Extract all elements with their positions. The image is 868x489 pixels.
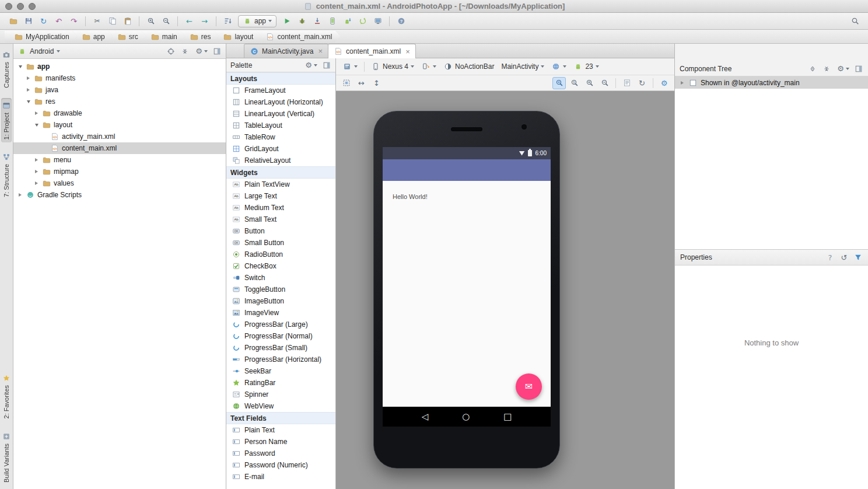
- tree-node-java[interactable]: java: [13, 84, 226, 96]
- locate-file-button[interactable]: [166, 47, 176, 56]
- undo-icon[interactable]: ↶: [51, 15, 66, 28]
- tool-button-2-favorites[interactable]: 2: Favorites: [1, 371, 12, 421]
- sort-icon[interactable]: [220, 15, 235, 28]
- tree-node-res[interactable]: res: [13, 96, 226, 107]
- run-configuration-dropdown[interactable]: app: [238, 15, 276, 27]
- sdk-manager-icon[interactable]: [340, 15, 355, 28]
- palette-item-progressbar-horizontal[interactable]: ProgressBar (Horizontal): [226, 354, 335, 365]
- tree-node-gradle-scripts[interactable]: Gradle Scripts: [13, 189, 226, 201]
- palette-item-tablelayout[interactable]: TableLayout: [226, 120, 335, 131]
- tool-button-1-project[interactable]: 1: Project: [1, 98, 12, 142]
- zoom-actual-button[interactable]: 1: [568, 77, 581, 89]
- palette-item-linearlayout-horizontal[interactable]: LinearLayout (Horizontal): [226, 96, 335, 108]
- fab-button[interactable]: ✉: [516, 373, 542, 400]
- close-tab-icon[interactable]: ×: [405, 48, 410, 55]
- palette-section-layouts[interactable]: Layouts: [226, 72, 335, 85]
- tree-node-app[interactable]: app: [13, 61, 226, 72]
- theme-dropdown[interactable]: NoActionBar: [440, 61, 497, 72]
- expand-arrow-icon[interactable]: [33, 180, 40, 187]
- minimize-button[interactable]: [17, 3, 24, 10]
- open-folder-icon[interactable]: [6, 15, 20, 28]
- paste-icon[interactable]: [120, 15, 135, 28]
- run-icon[interactable]: [279, 15, 294, 28]
- expand-arrow-icon[interactable]: [33, 122, 40, 128]
- zoom-in-button[interactable]: [583, 77, 596, 89]
- tree-node-activity-main-xml[interactable]: </>activity_main.xml: [13, 131, 226, 142]
- avd-manager-icon[interactable]: [325, 15, 340, 28]
- breadcrumb-item-layout[interactable]: layout: [214, 31, 261, 43]
- palette-item-radiobutton[interactable]: RadioButton: [226, 249, 335, 260]
- palette-item-progressbar-large[interactable]: ProgressBar (Large): [226, 319, 335, 330]
- palette-item-small-button[interactable]: OKSmall Button: [226, 237, 335, 249]
- palette-item-plain-textview[interactable]: AbPlain TextView: [226, 179, 335, 190]
- zoom-out-button[interactable]: [598, 77, 611, 89]
- zoom-out-icon[interactable]: [159, 15, 173, 28]
- device-dropdown[interactable]: Nexus 4: [368, 61, 417, 72]
- sync-icon[interactable]: ↻: [36, 15, 51, 28]
- cut-icon[interactable]: ✂: [90, 15, 104, 28]
- palette-item-linearlayout-vertical[interactable]: LinearLayout (Vertical): [226, 108, 335, 120]
- content-area[interactable]: Hello World! ✉: [383, 181, 551, 407]
- palette-item-seekbar[interactable]: SeekBar: [226, 365, 335, 377]
- palette-item-button[interactable]: OKButton: [226, 225, 335, 237]
- project-settings-button[interactable]: ⚙: [194, 47, 208, 56]
- properties-reset-button[interactable]: ↺: [839, 253, 849, 262]
- tree-node-mipmap[interactable]: mipmap: [13, 166, 226, 177]
- palette-item-framelayout[interactable]: FrameLayout: [226, 85, 335, 96]
- tree-node-menu[interactable]: menu: [13, 154, 226, 166]
- search-everywhere-button[interactable]: [848, 15, 862, 28]
- tool-button-captures[interactable]: Captures: [1, 47, 12, 91]
- expand-arrow-icon[interactable]: [25, 87, 32, 93]
- palette-item-togglebutton[interactable]: ToggleButton: [226, 284, 335, 295]
- nav-forward-icon[interactable]: →: [197, 15, 212, 28]
- app-bar[interactable]: [383, 159, 551, 181]
- palette-section-widgets[interactable]: Widgets: [226, 166, 335, 179]
- palette-item-medium-text[interactable]: AbMedium Text: [226, 202, 335, 214]
- palette-item-person-name[interactable]: Person Name: [226, 436, 335, 448]
- preview-settings-button[interactable]: ⚙: [657, 77, 671, 89]
- palette-item-relativelayout[interactable]: RelativeLayout: [226, 155, 335, 166]
- properties-filter-button[interactable]: [853, 253, 863, 262]
- preview-xml-button[interactable]: [620, 77, 634, 89]
- expand-arrow-icon[interactable]: [17, 192, 23, 198]
- breadcrumb-item-main[interactable]: main: [141, 31, 186, 43]
- palette-item-ratingbar[interactable]: RatingBar: [226, 377, 335, 389]
- palette-dock-button[interactable]: [322, 61, 331, 70]
- debug-icon[interactable]: [295, 15, 309, 28]
- palette-item-spinner[interactable]: Spinner: [226, 389, 335, 400]
- expand-arrow-icon[interactable]: [25, 99, 32, 105]
- locale-dropdown[interactable]: [548, 61, 569, 72]
- nav-back-icon[interactable]: ←: [182, 15, 197, 28]
- palette-item-progressbar-small[interactable]: ProgressBar (Small): [226, 342, 335, 354]
- match-height-button[interactable]: ↕: [370, 77, 383, 89]
- palette-item-switch[interactable]: Switch: [226, 272, 335, 284]
- zoom-fit-button[interactable]: [552, 77, 566, 89]
- design-canvas[interactable]: 6:00 Hello World! ✉ ◁○□: [336, 91, 674, 489]
- device-screen[interactable]: 6:00 Hello World! ✉ ◁○□: [383, 147, 551, 427]
- palette-item-progressbar-normal[interactable]: ProgressBar (Normal): [226, 330, 335, 342]
- expand-arrow-icon[interactable]: [33, 169, 40, 175]
- orientation-dropdown[interactable]: [418, 61, 439, 72]
- fit-screen-button[interactable]: [340, 77, 353, 89]
- breadcrumb-item-src[interactable]: src: [108, 31, 146, 43]
- palette-item-password[interactable]: Password: [226, 448, 335, 459]
- palette-item-tablerow[interactable]: TableRow: [226, 131, 335, 143]
- render-options-dropdown[interactable]: [340, 61, 360, 72]
- breadcrumb-item-content-main-xml[interactable]: </>content_main.xml: [256, 31, 340, 43]
- properties-help-button[interactable]: ?: [825, 253, 835, 262]
- tool-button-build-variants[interactable]: Build Variants: [1, 429, 12, 485]
- hide-panel-button[interactable]: [212, 47, 222, 56]
- copy-icon[interactable]: [105, 15, 120, 28]
- project-view-selector[interactable]: Android: [30, 47, 54, 55]
- expand-arrow-icon[interactable]: [33, 157, 40, 163]
- expand-arrow-icon[interactable]: [679, 79, 685, 86]
- expand-arrow-icon[interactable]: [25, 75, 32, 82]
- collapse-all-button[interactable]: [180, 47, 190, 56]
- palette-item-checkbox[interactable]: CheckBox: [226, 260, 335, 272]
- home-nav-icon[interactable]: ○: [462, 413, 470, 421]
- palette-item-gridlayout[interactable]: GridLayout: [226, 143, 335, 155]
- palette-item-small-text[interactable]: AbSmall Text: [226, 214, 335, 225]
- recents-nav-icon[interactable]: □: [503, 413, 512, 421]
- palette-item-large-text[interactable]: AbLarge Text: [226, 190, 335, 202]
- breadcrumb-item-myapplication[interactable]: MyApplication: [5, 31, 78, 43]
